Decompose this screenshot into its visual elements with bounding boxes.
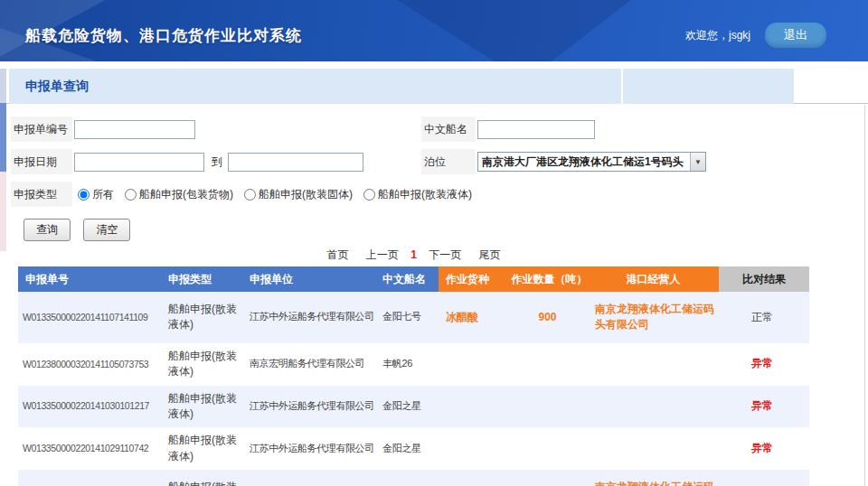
table-row: W015140000220141028122151船舶申报(散装液体)江西东港航… — [18, 470, 809, 486]
cell-declare-type: 船舶申报(散装液体) — [161, 292, 242, 343]
cell-result: 正常 — [719, 292, 809, 343]
header-gap — [0, 61, 868, 69]
berth-selected-value: 南京港大厂港区龙翔液体化工储运1号码头 — [478, 153, 690, 171]
cell-ship-name: 丰帆26 — [375, 343, 439, 386]
declare-type-option[interactable]: 所有 — [78, 187, 114, 202]
clear-button[interactable]: 清空 — [83, 219, 130, 241]
declare-type-option[interactable]: 船舶申报(包装货物) — [125, 187, 233, 202]
tab-divider — [621, 69, 623, 104]
date-to-input[interactable] — [228, 153, 363, 172]
declare-type-option[interactable]: 船舶申报(散装固体) — [244, 187, 353, 202]
cell-declaration-no: W013350000220141030101217 — [18, 386, 161, 428]
left-strip-top — [0, 69, 6, 103]
app-header: 船载危险货物、港口危货作业比对系统 欢迎您，jsgkj 退出 — [0, 0, 868, 61]
cell-operator: 南京龙翔液体化工储运码头有限公司 — [588, 292, 719, 343]
declare-date-label: 申报日期 — [11, 149, 72, 174]
column-header-0: 申报单号 — [18, 266, 161, 292]
cell-agent: 江西东港航运有限公司 — [242, 470, 375, 486]
pagination-next[interactable]: 下一页 — [429, 248, 461, 261]
left-strip-handle[interactable] — [0, 103, 6, 172]
query-form: 申报单编号 中文船名 申报日期 到 泊位 南京港大厂港区龙翔液体化工储运1号码头… — [0, 117, 868, 241]
declare-type-label: 申报类型 — [11, 182, 72, 207]
cell-ship-name: 赣东港化166 — [375, 470, 439, 486]
cell-declare-type: 船舶申报(散装液体) — [161, 343, 242, 386]
cell-agent: 江苏中外运船务代理有限公司 — [242, 292, 375, 343]
left-panel-strip[interactable] — [0, 69, 6, 251]
column-header-5: 作业数量（吨） — [511, 266, 588, 292]
page-right-edge — [864, 105, 865, 486]
column-header-2: 申报单位 — [242, 266, 375, 292]
table-row: W013350000220141030101217船舶申报(散装液体)江苏中外运… — [18, 386, 809, 428]
declare-type-option-label: 所有 — [92, 187, 114, 202]
declare-type-option-label: 船舶申报(散装固体) — [259, 187, 353, 202]
cell-ship-name: 金阳七号 — [375, 292, 439, 343]
declare-type-radio[interactable] — [244, 189, 256, 201]
cell-cargo — [439, 386, 511, 428]
declare-type-radio[interactable] — [125, 189, 137, 201]
tab-declaration-query[interactable]: 申报单查询 — [9, 69, 794, 104]
column-header-4: 作业货种 — [439, 266, 511, 292]
cell-quantity — [511, 343, 588, 386]
berth-select[interactable]: 南京港大厂港区龙翔液体化工储运1号码头 ▼ — [477, 152, 706, 172]
cell-result: 正常 — [719, 470, 809, 486]
cell-quantity: 900 — [511, 292, 588, 343]
pagination-first[interactable]: 首页 — [326, 248, 348, 261]
pagination-last[interactable]: 尾页 — [479, 248, 501, 261]
cell-declare-type: 船舶申报(散装液体) — [161, 386, 242, 428]
column-header-7: 比对结果 — [719, 266, 809, 292]
declare-type-options: 所有船舶申报(包装货物)船舶申报(散装固体)船舶申报(散装液体) — [78, 187, 483, 202]
cell-cargo — [439, 427, 511, 470]
cell-operator: 南京龙翔液体化工储运码头有限公司 — [588, 470, 719, 486]
cell-quantity — [511, 386, 588, 428]
cell-quantity: 600 — [511, 470, 588, 486]
cell-result: 异常 — [719, 343, 809, 386]
table-row: W012380000320141105073753船舶申报(散装液体)南京宏明船… — [18, 343, 809, 386]
pagination-prev[interactable]: 上一页 — [366, 248, 399, 261]
cell-ship-name: 金阳之星 — [375, 427, 439, 470]
cell-ship-name: 金阳之星 — [375, 386, 439, 428]
cell-operator — [588, 386, 719, 428]
cell-cargo: 冰醋酸 — [439, 292, 511, 343]
app-title: 船载危险货物、港口危货作业比对系统 — [25, 25, 685, 46]
cell-agent: 江苏中外运船务代理有限公司 — [242, 427, 375, 470]
date-to-label: 到 — [212, 154, 222, 170]
results-table: 申报单号申报类型申报单位中文船名作业货种作业数量（吨）港口经营人比对结果 W01… — [18, 266, 809, 486]
cell-cargo: 甲醇 — [439, 470, 511, 486]
cell-declaration-no: W013350000220141107141109 — [18, 292, 161, 343]
cell-operator — [588, 343, 719, 386]
column-header-6: 港口经营人 — [588, 266, 719, 292]
declare-type-radio[interactable] — [78, 189, 90, 201]
column-header-3: 中文船名 — [375, 266, 439, 292]
pagination: 首页 上一页 1 下一页 尾页 — [18, 248, 809, 263]
page-title: 申报单查询 — [25, 79, 89, 95]
welcome-text: 欢迎您，jsgkj — [685, 28, 750, 43]
berth-label: 泊位 — [421, 149, 476, 174]
cell-cargo — [439, 343, 511, 386]
cell-declare-type: 船舶申报(散装液体) — [161, 470, 242, 486]
date-from-input[interactable] — [74, 153, 204, 172]
declaration-no-input[interactable] — [74, 120, 195, 139]
cell-declaration-no: W013350000220141029110742 — [18, 427, 161, 470]
cell-agent: 江苏中外运船务代理有限公司 — [242, 386, 375, 428]
cell-result: 异常 — [719, 427, 809, 470]
table-row: W013350000220141029110742船舶申报(散装液体)江苏中外运… — [18, 427, 809, 470]
ship-name-input[interactable] — [477, 120, 595, 139]
declaration-no-label: 申报单编号 — [11, 117, 72, 142]
cell-quantity — [511, 427, 588, 470]
declare-type-radio[interactable] — [363, 189, 375, 201]
results-table-body: W013350000220141107141109船舶申报(散装液体)江苏中外运… — [18, 292, 809, 486]
results-table-head-row: 申报单号申报类型申报单位中文船名作业货种作业数量（吨）港口经营人比对结果 — [18, 266, 809, 292]
ship-name-label: 中文船名 — [421, 117, 476, 142]
dropdown-arrow-icon[interactable]: ▼ — [690, 153, 705, 171]
cell-agent: 南京宏明船务代理有限公司 — [242, 343, 375, 386]
cell-operator — [588, 427, 719, 470]
cell-declaration-no: W012380000320141105073753 — [18, 343, 161, 386]
pagination-current-page: 1 — [410, 248, 417, 261]
logout-button[interactable]: 退出 — [765, 23, 826, 48]
left-strip-bottom — [0, 172, 6, 251]
cell-declare-type: 船舶申报(散装液体) — [161, 427, 242, 470]
declare-type-option[interactable]: 船舶申报(散装液体) — [363, 187, 472, 202]
query-button[interactable]: 查询 — [24, 219, 71, 241]
table-row: W013350000220141107141109船舶申报(散装液体)江苏中外运… — [18, 292, 809, 343]
tabbar-wrap: 申报单查询 — [0, 69, 868, 104]
